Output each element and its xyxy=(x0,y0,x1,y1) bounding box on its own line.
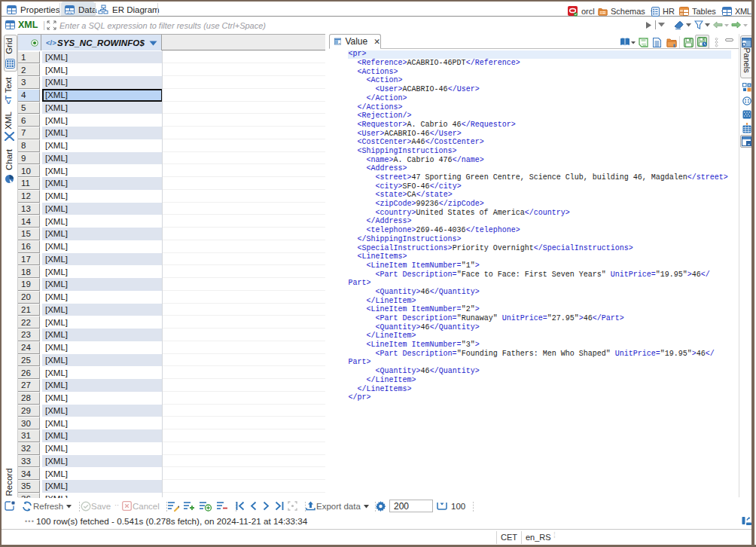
svg-text:</>: </> xyxy=(46,38,56,47)
svg-text:<>: <> xyxy=(67,10,73,14)
